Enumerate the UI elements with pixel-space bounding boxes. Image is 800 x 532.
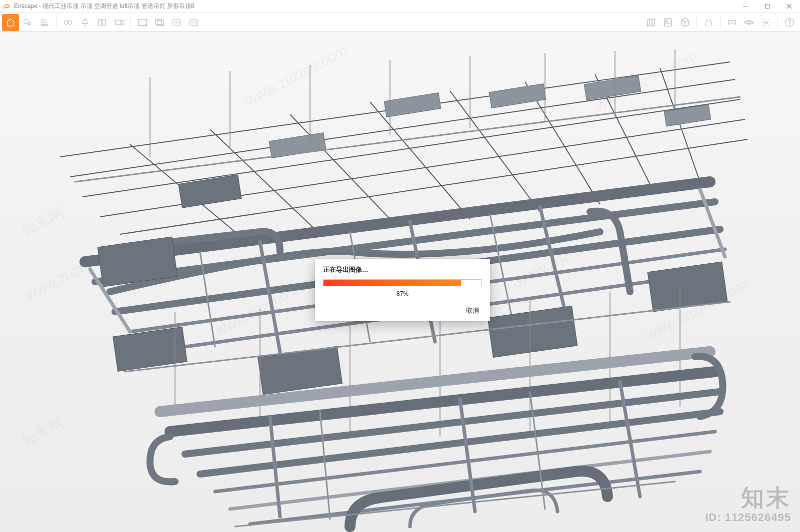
svg-rect-15: [102, 19, 106, 25]
toolbar-separator: [56, 16, 56, 28]
visibility-button[interactable]: [740, 14, 758, 31]
svg-rect-63: [648, 262, 728, 312]
fly-mode-button[interactable]: [76, 14, 94, 31]
view-presets-button[interactable]: [700, 14, 717, 31]
svg-rect-1: [765, 4, 769, 8]
svg-text:BIM: BIM: [41, 19, 46, 22]
batch-render-button[interactable]: [151, 14, 168, 31]
exe-export-button[interactable]: EXE: [185, 14, 202, 31]
panorama-button[interactable]: 360°: [168, 14, 185, 31]
toolbar-separator: [696, 16, 697, 28]
progress-bar-fill: [324, 280, 461, 286]
video-path-button[interactable]: [110, 14, 128, 31]
svg-rect-61: [258, 346, 342, 395]
progress-bar: [323, 279, 482, 286]
cancel-button[interactable]: 取消: [463, 305, 482, 316]
svg-rect-48: [664, 104, 711, 126]
document-title: 现代工业吊顶 吊顶 空调管道 loft吊顶 管道吊灯 异形吊顶8: [42, 2, 194, 9]
screenshot-button[interactable]: [134, 14, 151, 31]
svg-rect-26: [664, 18, 672, 26]
asset-library-button[interactable]: [660, 14, 676, 31]
svg-line-33: [70, 79, 735, 177]
svg-rect-14: [98, 19, 102, 25]
svg-line-41: [450, 91, 540, 212]
svg-line-34: [82, 99, 740, 197]
svg-point-10: [64, 20, 68, 24]
svg-text:EXE: EXE: [191, 20, 196, 23]
svg-rect-49: [269, 133, 326, 158]
toolbar-separator: [130, 16, 131, 28]
window-minimize-button[interactable]: [734, 0, 756, 13]
dialog-title: 正在导出图像…: [323, 266, 482, 274]
orthographic-view-button[interactable]: [94, 14, 110, 31]
svg-point-31: [789, 24, 790, 25]
svg-point-28: [748, 21, 750, 24]
svg-point-5: [28, 22, 30, 25]
svg-point-27: [666, 20, 668, 22]
svg-line-39: [290, 114, 395, 224]
window-titlebar: Enscape - 现代工业吊顶 吊顶 空调管道 loft吊顶 管道吊灯 异形吊…: [0, 0, 800, 13]
window-maximize-button[interactable]: [756, 0, 778, 13]
svg-rect-45: [384, 93, 441, 117]
toolbar-separator: [778, 16, 778, 28]
svg-rect-50: [178, 175, 242, 208]
main-toolbar: BIM 360° EXE: [0, 13, 800, 32]
svg-rect-62: [488, 306, 577, 358]
map-button[interactable]: [642, 14, 660, 31]
progress-percentage: 87%: [323, 290, 482, 297]
svg-rect-16: [116, 20, 121, 24]
export-progress-dialog: 正在导出图像… 87% 取消: [315, 259, 490, 321]
svg-rect-60: [113, 327, 187, 372]
title-separator: -: [38, 2, 43, 9]
render-viewport[interactable]: 知末网 www.znzmo.com www.znzmo.com www.znzm…: [0, 32, 800, 532]
help-button[interactable]: [781, 14, 798, 31]
svg-text:360°: 360°: [174, 20, 180, 23]
svg-point-11: [68, 20, 72, 24]
vr-headset-button[interactable]: [724, 14, 740, 31]
app-name: Enscape: [14, 2, 38, 9]
window-close-button[interactable]: [778, 0, 800, 13]
app-logo-icon: [0, 0, 13, 13]
walk-mode-button[interactable]: [60, 14, 76, 31]
svg-line-40: [370, 102, 470, 219]
home-button[interactable]: [2, 14, 19, 31]
bim-info-button[interactable]: BIM: [36, 14, 53, 31]
svg-rect-18: [156, 19, 162, 24]
window-title: Enscape - 现代工业吊顶 吊顶 空调管道 loft吊顶 管道吊灯 异形吊…: [13, 2, 194, 10]
svg-rect-46: [489, 84, 546, 108]
isometric-view-button[interactable]: [676, 14, 694, 31]
toolbar-separator: [720, 16, 720, 28]
svg-point-29: [764, 21, 768, 24]
settings-button[interactable]: [758, 14, 774, 31]
favorite-views-button[interactable]: [19, 14, 36, 31]
svg-rect-47: [584, 76, 641, 100]
